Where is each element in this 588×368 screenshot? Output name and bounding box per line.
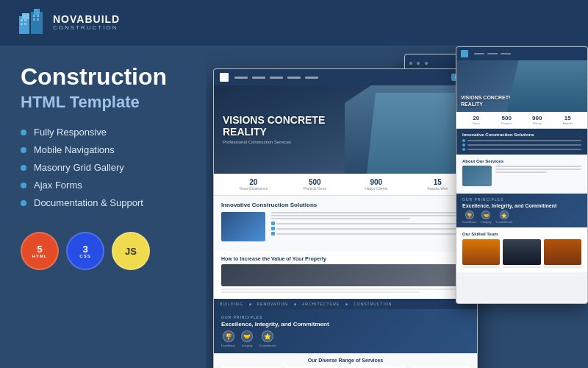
blog-image [221, 264, 470, 286]
exc-icon-label: Excellence [221, 344, 235, 347]
services-title: Our Diverse Range of Services [221, 358, 470, 363]
text-lines [271, 212, 470, 219]
exc-icon-label: Integrity [242, 344, 252, 347]
js-num: JS [125, 247, 137, 256]
stat-num: 500 [284, 178, 346, 186]
stat-num: 900 [345, 178, 407, 186]
worker-name [544, 266, 581, 268]
logo-icon [18, 9, 46, 37]
list-item: Fully Responsive [21, 127, 185, 138]
stat-num: 20 [223, 178, 284, 186]
sr-exc-title: Excellence, Integrity, and Commitment [462, 203, 581, 208]
nav-link [252, 77, 265, 79]
sr-excellence: Our Principles Excellence, Integrity, an… [456, 194, 587, 227]
worker-card [544, 239, 581, 268]
banner-text: RENOVATION [257, 302, 288, 306]
sr-content-section: About Our Services [456, 155, 587, 194]
svg-rect-7 [24, 23, 26, 25]
sr-content-img [462, 166, 492, 186]
content-row [221, 212, 470, 241]
css-label: CSS [79, 254, 90, 258]
nav-dots [409, 54, 429, 68]
title-construction: Construction [21, 64, 185, 90]
services-section: Our Diverse Range of Services 🏗️ 🔨 🏠 [214, 353, 477, 368]
stat-label: Years Experience [223, 186, 284, 191]
html-label: HTML [32, 254, 48, 258]
sr-stat-label: Clients [522, 121, 553, 125]
text-line-short [271, 218, 410, 219]
check-line [276, 228, 470, 230]
sr-exc-sup: Our Principles [462, 197, 581, 202]
check-item [271, 227, 470, 230]
stats-bar: 20 Years Experience 500 Projects Done 90… [214, 174, 477, 196]
html5-badge: 5 HTML [21, 232, 59, 270]
exc-icon-integrity: 🤝 [241, 330, 253, 342]
worker-card [462, 239, 500, 268]
innov-bullet [462, 148, 465, 151]
sr-team: Our Skilled Team [456, 227, 587, 272]
sr-text-area [495, 166, 581, 186]
screen-main: Contact VISIONS CONCRETEREALITY Professi… [213, 68, 478, 368]
exc-icon-item: ⭐ Commitment [259, 330, 276, 347]
js-badge: JS [112, 232, 150, 270]
css-num: 3 [82, 244, 87, 254]
main-nav: Contact [214, 69, 477, 85]
bullet-icon [21, 183, 26, 188]
stat-clients: 900 Happy Clients [345, 178, 407, 191]
sr-text-line [495, 166, 581, 167]
hero-section: VISIONS CONCRETEREALITY Professional Con… [214, 85, 477, 174]
section-heading: Innovative Construction Solutions [221, 202, 470, 208]
banner-text: ARCHITECTURE [302, 302, 340, 306]
list-item: Ajax Forms [21, 180, 185, 191]
html-num: 5 [37, 244, 42, 254]
brand-subtitle: CONSTRUCTION [53, 25, 120, 32]
feature-label: Fully Responsive [34, 127, 107, 138]
sr-innov-item [462, 139, 581, 142]
checklist [271, 222, 470, 236]
sr-nav-link [501, 53, 511, 54]
innov-line [467, 144, 581, 146]
list-item: Mobile Navigations [21, 144, 185, 155]
sr-innov-item [462, 144, 581, 146]
svg-rect-6 [21, 23, 23, 25]
exc-icon-label: Commitment [259, 344, 276, 347]
sr-content-title: About Our Services [462, 159, 581, 163]
sr-stat-label: Projects [492, 121, 523, 125]
tech-badges: 5 HTML 3 CSS JS [21, 232, 185, 270]
innov-line [467, 140, 581, 141]
exc-sup: Our Principles [221, 315, 470, 319]
main-content: Construction HTML Template Fully Respons… [0, 46, 588, 368]
exc-title: Excellence, Integrity, and Commitment [221, 321, 470, 328]
worker-name [462, 266, 500, 268]
check-item [271, 232, 470, 236]
header: NOVABUILD CONSTRUCTION [0, 0, 588, 46]
sr-hero-text: VISIONS CONCRETEREALITY [461, 95, 512, 107]
sr-exc-label: Integrity [481, 220, 491, 224]
sr-innov-title: Innovative Construction Solutions [462, 132, 581, 137]
bullet-icon [21, 200, 26, 206]
mockup-container: About Us [206, 46, 588, 368]
check-icon [271, 232, 275, 236]
dot-3 [425, 62, 428, 65]
svg-rect-9 [37, 15, 39, 17]
check-line [276, 233, 470, 235]
brand-name: NOVABUILD [53, 14, 120, 25]
banner-dot [294, 303, 296, 305]
sr-team-title: Our Skilled Team [462, 232, 581, 236]
sr-content-row [462, 166, 581, 186]
exc-icon-item: 🏆 Excellence [221, 330, 235, 347]
sr-stat-num: 500 [492, 115, 523, 121]
sr-hero: VISIONS CONCRETEREALITY [456, 60, 587, 112]
feature-label: Ajax Forms [34, 180, 82, 191]
svg-rect-3 [34, 9, 40, 15]
blog-text-line [221, 289, 470, 290]
sr-header [456, 47, 587, 60]
nav-link [305, 77, 318, 79]
sr-exc-icon: 🏆 Excellence [462, 210, 476, 224]
check-icon [271, 222, 275, 225]
svg-rect-1 [22, 13, 29, 19]
worker-image [462, 239, 500, 265]
css3-badge: 3 CSS [66, 232, 104, 270]
logo-text: NOVABUILD CONSTRUCTION [53, 14, 120, 32]
nav-links [234, 77, 318, 79]
